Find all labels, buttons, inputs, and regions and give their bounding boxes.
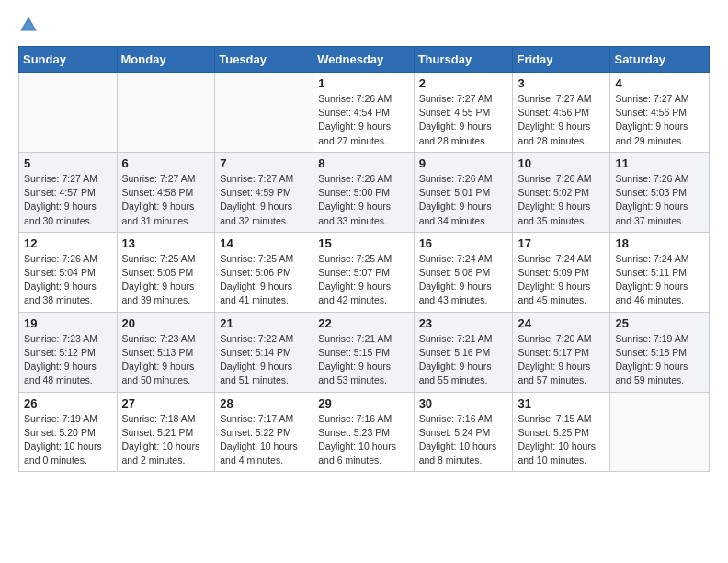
day-info: Sunrise: 7:22 AM Sunset: 5:14 PM Dayligh… xyxy=(220,332,308,388)
day-cell: 6Sunrise: 7:27 AM Sunset: 4:58 PM Daylig… xyxy=(117,152,215,232)
day-info: Sunrise: 7:18 AM Sunset: 5:21 PM Dayligh… xyxy=(122,412,210,468)
weekday-header-sunday: Sunday xyxy=(19,47,118,73)
day-number: 7 xyxy=(220,156,308,170)
day-number: 30 xyxy=(419,396,508,410)
day-number: 5 xyxy=(24,156,112,170)
day-info: Sunrise: 7:27 AM Sunset: 4:57 PM Dayligh… xyxy=(24,172,112,228)
day-cell: 28Sunrise: 7:17 AM Sunset: 5:22 PM Dayli… xyxy=(215,392,313,472)
logo xyxy=(18,15,42,35)
day-info: Sunrise: 7:26 AM Sunset: 5:00 PM Dayligh… xyxy=(318,172,408,228)
weekday-header-row: SundayMondayTuesdayWednesdayThursdayFrid… xyxy=(19,47,710,73)
day-cell: 31Sunrise: 7:15 AM Sunset: 5:25 PM Dayli… xyxy=(513,392,610,472)
day-cell: 29Sunrise: 7:16 AM Sunset: 5:23 PM Dayli… xyxy=(313,392,414,472)
day-cell xyxy=(610,392,710,472)
logo-icon xyxy=(18,15,39,35)
weekday-header-tuesday: Tuesday xyxy=(215,47,313,73)
day-info: Sunrise: 7:24 AM Sunset: 5:11 PM Dayligh… xyxy=(615,252,704,308)
day-info: Sunrise: 7:23 AM Sunset: 5:13 PM Dayligh… xyxy=(122,332,210,388)
day-info: Sunrise: 7:24 AM Sunset: 5:09 PM Dayligh… xyxy=(518,252,605,308)
day-cell: 12Sunrise: 7:26 AM Sunset: 5:04 PM Dayli… xyxy=(19,232,118,312)
day-cell: 25Sunrise: 7:19 AM Sunset: 5:18 PM Dayli… xyxy=(610,312,710,392)
day-cell: 27Sunrise: 7:18 AM Sunset: 5:21 PM Dayli… xyxy=(117,392,215,472)
day-number: 22 xyxy=(318,316,408,330)
weekday-header-friday: Friday xyxy=(513,47,610,73)
day-number: 3 xyxy=(518,76,605,90)
day-number: 9 xyxy=(419,156,508,170)
day-number: 8 xyxy=(318,156,408,170)
day-info: Sunrise: 7:26 AM Sunset: 4:54 PM Dayligh… xyxy=(318,92,408,148)
day-info: Sunrise: 7:21 AM Sunset: 5:16 PM Dayligh… xyxy=(419,332,508,388)
day-number: 21 xyxy=(220,316,308,330)
day-cell: 20Sunrise: 7:23 AM Sunset: 5:13 PM Dayli… xyxy=(117,312,215,392)
day-info: Sunrise: 7:26 AM Sunset: 5:02 PM Dayligh… xyxy=(518,172,605,228)
day-info: Sunrise: 7:21 AM Sunset: 5:15 PM Dayligh… xyxy=(318,332,408,388)
day-cell: 24Sunrise: 7:20 AM Sunset: 5:17 PM Dayli… xyxy=(513,312,610,392)
day-number: 6 xyxy=(122,156,210,170)
day-cell: 14Sunrise: 7:25 AM Sunset: 5:06 PM Dayli… xyxy=(215,232,313,312)
day-info: Sunrise: 7:26 AM Sunset: 5:03 PM Dayligh… xyxy=(615,172,704,228)
day-info: Sunrise: 7:25 AM Sunset: 5:07 PM Dayligh… xyxy=(318,252,408,308)
day-number: 12 xyxy=(24,236,112,250)
day-cell: 22Sunrise: 7:21 AM Sunset: 5:15 PM Dayli… xyxy=(313,312,414,392)
day-info: Sunrise: 7:25 AM Sunset: 5:05 PM Dayligh… xyxy=(122,252,210,308)
day-info: Sunrise: 7:15 AM Sunset: 5:25 PM Dayligh… xyxy=(518,412,605,468)
day-number: 16 xyxy=(419,236,508,250)
day-info: Sunrise: 7:26 AM Sunset: 5:04 PM Dayligh… xyxy=(24,252,112,308)
weekday-header-thursday: Thursday xyxy=(414,47,513,73)
header xyxy=(18,15,710,35)
day-cell: 21Sunrise: 7:22 AM Sunset: 5:14 PM Dayli… xyxy=(215,312,313,392)
week-row-2: 5Sunrise: 7:27 AM Sunset: 4:57 PM Daylig… xyxy=(19,152,710,232)
day-info: Sunrise: 7:27 AM Sunset: 4:58 PM Dayligh… xyxy=(122,172,210,228)
day-cell: 30Sunrise: 7:16 AM Sunset: 5:24 PM Dayli… xyxy=(414,392,513,472)
day-info: Sunrise: 7:19 AM Sunset: 5:18 PM Dayligh… xyxy=(615,332,704,388)
day-cell: 23Sunrise: 7:21 AM Sunset: 5:16 PM Dayli… xyxy=(414,312,513,392)
day-number: 26 xyxy=(24,396,112,410)
day-number: 24 xyxy=(518,316,605,330)
week-row-1: 1Sunrise: 7:26 AM Sunset: 4:54 PM Daylig… xyxy=(19,73,710,153)
day-cell xyxy=(215,73,313,153)
day-cell: 26Sunrise: 7:19 AM Sunset: 5:20 PM Dayli… xyxy=(19,392,118,472)
day-number: 2 xyxy=(419,76,508,90)
page: SundayMondayTuesdayWednesdayThursdayFrid… xyxy=(0,0,728,487)
day-number: 13 xyxy=(122,236,210,250)
day-info: Sunrise: 7:26 AM Sunset: 5:01 PM Dayligh… xyxy=(419,172,508,228)
day-info: Sunrise: 7:27 AM Sunset: 4:59 PM Dayligh… xyxy=(220,172,308,228)
week-row-3: 12Sunrise: 7:26 AM Sunset: 5:04 PM Dayli… xyxy=(19,232,710,312)
day-cell: 13Sunrise: 7:25 AM Sunset: 5:05 PM Dayli… xyxy=(117,232,215,312)
day-info: Sunrise: 7:27 AM Sunset: 4:56 PM Dayligh… xyxy=(615,92,704,148)
day-info: Sunrise: 7:17 AM Sunset: 5:22 PM Dayligh… xyxy=(220,412,308,468)
day-cell: 1Sunrise: 7:26 AM Sunset: 4:54 PM Daylig… xyxy=(313,73,414,153)
day-number: 28 xyxy=(220,396,308,410)
day-info: Sunrise: 7:19 AM Sunset: 5:20 PM Dayligh… xyxy=(24,412,112,468)
day-info: Sunrise: 7:27 AM Sunset: 4:55 PM Dayligh… xyxy=(419,92,508,148)
day-cell: 3Sunrise: 7:27 AM Sunset: 4:56 PM Daylig… xyxy=(513,73,610,153)
day-info: Sunrise: 7:27 AM Sunset: 4:56 PM Dayligh… xyxy=(518,92,605,148)
day-info: Sunrise: 7:25 AM Sunset: 5:06 PM Dayligh… xyxy=(220,252,308,308)
day-cell: 4Sunrise: 7:27 AM Sunset: 4:56 PM Daylig… xyxy=(610,73,710,153)
day-info: Sunrise: 7:20 AM Sunset: 5:17 PM Dayligh… xyxy=(518,332,605,388)
week-row-4: 19Sunrise: 7:23 AM Sunset: 5:12 PM Dayli… xyxy=(19,312,710,392)
day-number: 1 xyxy=(318,76,408,90)
day-cell: 2Sunrise: 7:27 AM Sunset: 4:55 PM Daylig… xyxy=(414,73,513,153)
week-row-5: 26Sunrise: 7:19 AM Sunset: 5:20 PM Dayli… xyxy=(19,392,710,472)
day-cell: 15Sunrise: 7:25 AM Sunset: 5:07 PM Dayli… xyxy=(313,232,414,312)
day-cell: 11Sunrise: 7:26 AM Sunset: 5:03 PM Dayli… xyxy=(610,152,710,232)
day-number: 31 xyxy=(518,396,605,410)
day-number: 10 xyxy=(518,156,605,170)
day-cell: 7Sunrise: 7:27 AM Sunset: 4:59 PM Daylig… xyxy=(215,152,313,232)
day-info: Sunrise: 7:23 AM Sunset: 5:12 PM Dayligh… xyxy=(24,332,112,388)
day-number: 27 xyxy=(122,396,210,410)
day-info: Sunrise: 7:24 AM Sunset: 5:08 PM Dayligh… xyxy=(419,252,508,308)
day-number: 23 xyxy=(419,316,508,330)
day-number: 25 xyxy=(615,316,704,330)
day-cell: 9Sunrise: 7:26 AM Sunset: 5:01 PM Daylig… xyxy=(414,152,513,232)
day-number: 29 xyxy=(318,396,408,410)
day-cell: 8Sunrise: 7:26 AM Sunset: 5:00 PM Daylig… xyxy=(313,152,414,232)
day-info: Sunrise: 7:16 AM Sunset: 5:23 PM Dayligh… xyxy=(318,412,408,468)
day-number: 11 xyxy=(615,156,704,170)
calendar-table: SundayMondayTuesdayWednesdayThursdayFrid… xyxy=(18,46,710,472)
day-cell: 16Sunrise: 7:24 AM Sunset: 5:08 PM Dayli… xyxy=(414,232,513,312)
day-number: 20 xyxy=(122,316,210,330)
day-cell: 10Sunrise: 7:26 AM Sunset: 5:02 PM Dayli… xyxy=(513,152,610,232)
weekday-header-saturday: Saturday xyxy=(610,47,710,73)
